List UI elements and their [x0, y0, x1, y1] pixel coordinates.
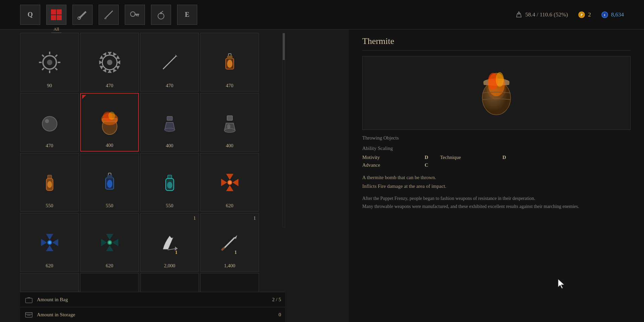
item-price-12: 620 [226, 203, 233, 209]
bag-row: Amount in Bag 2 / 5 [20, 292, 285, 307]
svg-marker-35 [99, 60, 102, 64]
svg-line-41 [163, 56, 176, 69]
detail-category: Throwing Objects [362, 135, 631, 141]
tab-q[interactable]: Q [20, 5, 40, 25]
svg-line-24 [42, 55, 44, 57]
item-icon-lantern_blue [95, 167, 125, 198]
item-price-3: 470 [166, 83, 173, 89]
item-cell-11[interactable]: 550 [140, 153, 199, 212]
item-icon-shuriken_blue [35, 227, 65, 258]
item-cell-4[interactable]: 470 [200, 33, 259, 92]
detail-description: A thermite bomb that can be thrown. Infl… [362, 173, 631, 191]
scrollbar-thumb[interactable] [283, 33, 285, 60]
svg-marker-80 [46, 245, 53, 251]
tokens-stat: P 2 [578, 11, 591, 18]
svg-rect-5 [135, 14, 139, 15]
svg-marker-34 [99, 66, 103, 69]
svg-marker-81 [41, 239, 47, 246]
technique-grade: D [502, 155, 516, 160]
item-price-4: 470 [226, 83, 233, 89]
tab-tools[interactable] [72, 5, 93, 25]
grenade-icon [156, 9, 166, 20]
token-icon: P [578, 11, 585, 18]
item-cell-2[interactable]: 470 [80, 33, 139, 92]
item-cell-3[interactable]: 470 [140, 33, 199, 92]
advance-label: Advance [362, 162, 423, 168]
tab-grenade[interactable] [151, 5, 171, 25]
item-cell-9[interactable]: 550 [20, 153, 79, 212]
item-cell-1[interactable]: 90 [20, 33, 79, 92]
svg-marker-31 [113, 69, 117, 72]
ergo-stat: E 8,634 [601, 11, 624, 18]
svg-marker-82 [46, 234, 53, 240]
svg-marker-73 [232, 179, 238, 186]
tab-key[interactable] [125, 5, 145, 25]
item-grid: 9047047047047040040040055055055062062062… [20, 30, 288, 322]
technique-label: Technique [440, 155, 500, 160]
item-cell-6[interactable]: 400 [80, 93, 139, 152]
item-cell-10[interactable]: 550 [80, 153, 139, 212]
lore-line-1: After the Puppet Frenzy, people began to… [362, 195, 631, 203]
item-count-15: 1 [194, 215, 196, 221]
weight-value: 58.4 / 110.6 (52%) [525, 11, 568, 18]
item-price-10: 550 [106, 203, 113, 209]
item-icon-shuriken_teal [95, 227, 125, 258]
item-price-15: 2,000 [164, 263, 175, 269]
svg-point-28 [107, 60, 112, 65]
tab-q-label: Q [28, 11, 33, 18]
tab-blade[interactable] [99, 5, 119, 25]
svg-marker-38 [107, 52, 112, 55]
svg-point-4 [130, 12, 135, 16]
svg-rect-6 [138, 15, 139, 16]
item-price-13: 620 [46, 263, 53, 269]
item-cell-8[interactable]: 400 [200, 93, 259, 152]
detail-panel: Thermite Throwin [349, 30, 644, 322]
svg-marker-32 [107, 70, 112, 73]
item-icon-flask_cyan [155, 167, 185, 198]
tab-e[interactable]: E [177, 5, 197, 25]
svg-point-55 [108, 112, 115, 120]
item-cell-16[interactable]: 11,4001 [200, 213, 259, 272]
svg-marker-95 [235, 235, 237, 239]
bottom-bar: Amount in Bag 2 / 5 Amount in Storage 0 [20, 292, 285, 322]
svg-marker-40 [116, 55, 120, 59]
tab-all[interactable]: All [46, 5, 66, 25]
svg-point-57 [165, 128, 175, 131]
desc-line-1: A thermite bomb that can be thrown. [362, 173, 631, 182]
svg-rect-65 [107, 175, 112, 178]
svg-line-20 [55, 68, 57, 70]
item-price-7: 400 [166, 143, 173, 149]
svg-point-50 [45, 119, 49, 123]
svg-marker-75 [221, 179, 227, 186]
scrollbar[interactable] [282, 33, 285, 227]
scaling-row-2: Advance C [362, 162, 631, 168]
item-icon-flask_grey [215, 107, 245, 138]
item-cell-14[interactable]: 620 [80, 213, 139, 272]
item-icon-thermite [95, 107, 125, 138]
item-cell-13[interactable]: 620 [20, 213, 79, 272]
item-cell-5[interactable]: 470 [20, 93, 79, 152]
svg-text:1: 1 [234, 250, 237, 255]
advance-grade: C [425, 162, 438, 168]
svg-marker-36 [99, 55, 103, 59]
svg-marker-76 [226, 174, 233, 180]
svg-marker-29 [117, 60, 120, 64]
ergo-value: 8,634 [611, 11, 624, 18]
svg-rect-56 [167, 116, 172, 120]
item-cell-15[interactable]: 12,0001 [140, 213, 199, 272]
svg-line-94 [223, 237, 235, 249]
selected-marker [82, 95, 86, 99]
scaling-row-1: Motivity D Technique D [362, 155, 631, 160]
item-icon-sawblade [95, 47, 125, 77]
svg-text:E: E [604, 14, 605, 17]
tokens-value: 2 [588, 11, 591, 18]
item-count-16: 1 [254, 215, 256, 221]
svg-rect-11 [518, 13, 520, 14]
svg-point-49 [42, 116, 57, 131]
svg-rect-61 [48, 175, 52, 178]
motivity-label: Motivity [362, 155, 423, 160]
item-cell-12[interactable]: 620 [200, 153, 259, 212]
item-cell-7[interactable]: 400 [140, 93, 199, 152]
top-bar-right: 58.4 / 110.6 (52%) P 2 E 8,634 [515, 11, 624, 18]
bag-icon [24, 295, 34, 304]
